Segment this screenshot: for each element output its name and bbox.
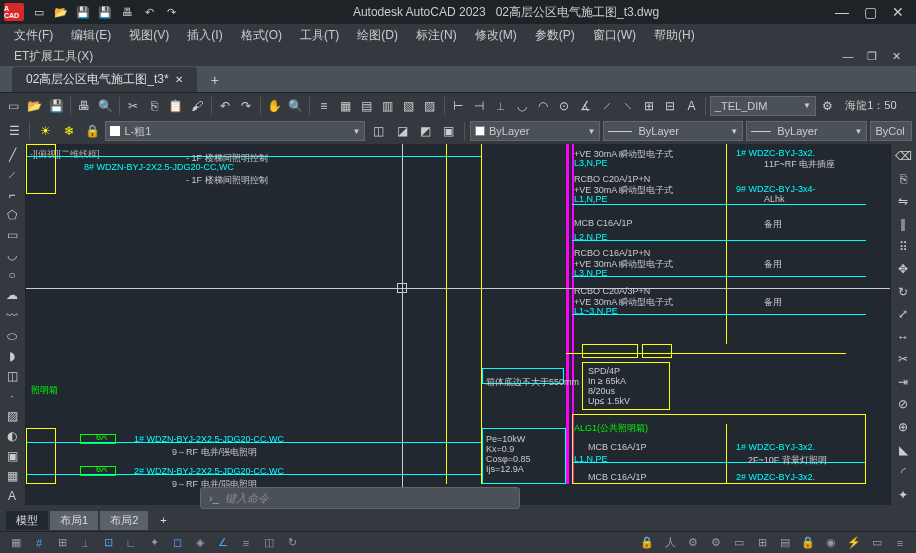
dim3-icon[interactable]: ⟂	[491, 95, 510, 117]
arc-icon[interactable]: ◡	[0, 246, 24, 264]
monitor-icon[interactable]: ▭	[729, 534, 749, 552]
copy2-icon[interactable]: ⎘	[891, 169, 915, 190]
spline-icon[interactable]: 〰	[0, 307, 24, 325]
undo-icon[interactable]: ↶	[140, 3, 158, 21]
tab-model[interactable]: 模型	[6, 511, 48, 530]
block-icon[interactable]: ◫	[0, 367, 24, 385]
menu-view[interactable]: 视图(V)	[121, 25, 177, 46]
3dosnap-icon[interactable]: ◈	[190, 534, 210, 552]
circle-icon[interactable]: ○	[0, 266, 24, 284]
minimize-button[interactable]: —	[832, 2, 852, 22]
saveas-icon[interactable]: 💾	[96, 3, 114, 21]
lineweight-combo[interactable]: ByLayer▼	[746, 121, 867, 141]
mirror-icon[interactable]: ⇋	[891, 191, 915, 212]
anno-vis-icon[interactable]: 人	[660, 534, 680, 552]
dim11-icon[interactable]: ⊟	[661, 95, 680, 117]
save-file-icon[interactable]: 💾	[46, 95, 65, 117]
gradient-icon[interactable]: ◐	[0, 427, 24, 445]
offset-icon[interactable]: ‖	[891, 214, 915, 235]
layer-a-icon[interactable]: ◫	[368, 120, 388, 142]
pline-icon[interactable]: ⌐	[0, 186, 24, 204]
units-icon[interactable]: ⊞	[752, 534, 772, 552]
doc-restore-button[interactable]: ❐	[862, 46, 882, 66]
menu-window[interactable]: 窗口(W)	[585, 25, 644, 46]
linetype-combo[interactable]: ByLayer▼	[603, 121, 743, 141]
tab-close-icon[interactable]: ✕	[175, 74, 183, 85]
snap-icon[interactable]: ⊞	[52, 534, 72, 552]
dim4-icon[interactable]: ◡	[512, 95, 531, 117]
lockui-icon[interactable]: 🔒	[798, 534, 818, 552]
menu-help[interactable]: 帮助(H)	[646, 25, 703, 46]
new-icon[interactable]: ▭	[30, 3, 48, 21]
dim1-icon[interactable]: ⊢	[448, 95, 467, 117]
menu-edit[interactable]: 编辑(E)	[63, 25, 119, 46]
maximize-button[interactable]: ▢	[860, 2, 880, 22]
dim5-icon[interactable]: ◠	[533, 95, 552, 117]
layer-manager-icon[interactable]: ☰	[4, 120, 24, 142]
tab-layout1[interactable]: 布局1	[50, 511, 98, 530]
tab-layout2[interactable]: 布局2	[100, 511, 148, 530]
workspace-icon[interactable]: ⚙	[706, 534, 726, 552]
new-tab-button[interactable]: +	[203, 68, 227, 92]
move-icon[interactable]: ✥	[891, 259, 915, 280]
infer-icon[interactable]: ⟂	[75, 534, 95, 552]
trim-icon[interactable]: ✂	[891, 349, 915, 370]
command-line[interactable]: ›_键入命令	[200, 487, 520, 509]
anno-auto-icon[interactable]: ⚙	[683, 534, 703, 552]
ortho-icon[interactable]: ∟	[121, 534, 141, 552]
menu-parametric[interactable]: 参数(P)	[527, 25, 583, 46]
grid-icon[interactable]: #	[29, 534, 49, 552]
break-icon[interactable]: ⊘	[891, 394, 915, 415]
layer-lock-icon[interactable]: 🔒	[82, 120, 102, 142]
calc-icon[interactable]: ▨	[420, 95, 439, 117]
extend-icon[interactable]: ⇥	[891, 372, 915, 393]
table-icon[interactable]: ▦	[0, 467, 24, 485]
otrack-icon[interactable]: ∠	[213, 534, 233, 552]
add-layout-button[interactable]: +	[150, 512, 176, 528]
dynamic-input-icon[interactable]: ⊡	[98, 534, 118, 552]
zoom-icon[interactable]: 🔍	[286, 95, 305, 117]
rect-icon[interactable]: ▭	[0, 226, 24, 244]
dim9-icon[interactable]: ⟍	[618, 95, 637, 117]
new-file-icon[interactable]: ▭	[4, 95, 23, 117]
modelspace-icon[interactable]: ▦	[6, 534, 26, 552]
save-icon[interactable]: 💾	[74, 3, 92, 21]
array-icon[interactable]: ⠿	[891, 236, 915, 257]
menu-modify[interactable]: 修改(M)	[467, 25, 525, 46]
menu-dimension[interactable]: 标注(N)	[408, 25, 465, 46]
menu-draw[interactable]: 绘图(D)	[349, 25, 406, 46]
match-icon[interactable]: 🖌	[188, 95, 207, 117]
cut-icon[interactable]: ✂	[124, 95, 143, 117]
markup-icon[interactable]: ▧	[399, 95, 418, 117]
isolate-icon[interactable]: ◉	[821, 534, 841, 552]
text-icon[interactable]: A	[0, 487, 24, 505]
dim7-icon[interactable]: ∡	[576, 95, 595, 117]
layer-b-icon[interactable]: ◪	[392, 120, 412, 142]
region-icon[interactable]: ▣	[0, 447, 24, 465]
undo2-icon[interactable]: ↶	[216, 95, 235, 117]
scale-icon[interactable]: ⤢	[891, 304, 915, 325]
chamfer-icon[interactable]: ◣	[891, 439, 915, 460]
toolpalette-icon[interactable]: ▤	[357, 95, 376, 117]
doc-minimize-button[interactable]: —	[838, 46, 858, 66]
osnap-icon[interactable]: ◻	[167, 534, 187, 552]
paste-icon[interactable]: 📋	[166, 95, 185, 117]
dim8-icon[interactable]: ⟋	[597, 95, 616, 117]
dimsty-icon[interactable]: ⚙	[818, 95, 837, 117]
sheetset-icon[interactable]: ▥	[378, 95, 397, 117]
layer-freeze-icon[interactable]: ❄	[59, 120, 79, 142]
drawing-area[interactable]: -][俯视][二维线框] - 1F 楼梯间照明控制8# WDZN-BYJ-2X2…	[26, 144, 890, 505]
redo2-icon[interactable]: ↷	[237, 95, 256, 117]
layer-combo[interactable]: L-粗1▼	[105, 121, 365, 141]
ellipse-icon[interactable]: ⬭	[0, 327, 24, 345]
fillet-icon[interactable]: ◜	[891, 462, 915, 483]
color-combo[interactable]: ByLayer▼	[470, 121, 601, 141]
menu-tools[interactable]: 工具(T)	[292, 25, 347, 46]
print-icon[interactable]: 🖶	[118, 3, 136, 21]
stretch-icon[interactable]: ↔	[891, 327, 915, 348]
rotate-icon[interactable]: ↻	[891, 281, 915, 302]
menu-file[interactable]: 文件(F)	[6, 25, 61, 46]
doc-close-button[interactable]: ✕	[886, 46, 906, 66]
open-icon[interactable]: 📂	[52, 3, 70, 21]
plot-icon[interactable]: 🖶	[75, 95, 94, 117]
